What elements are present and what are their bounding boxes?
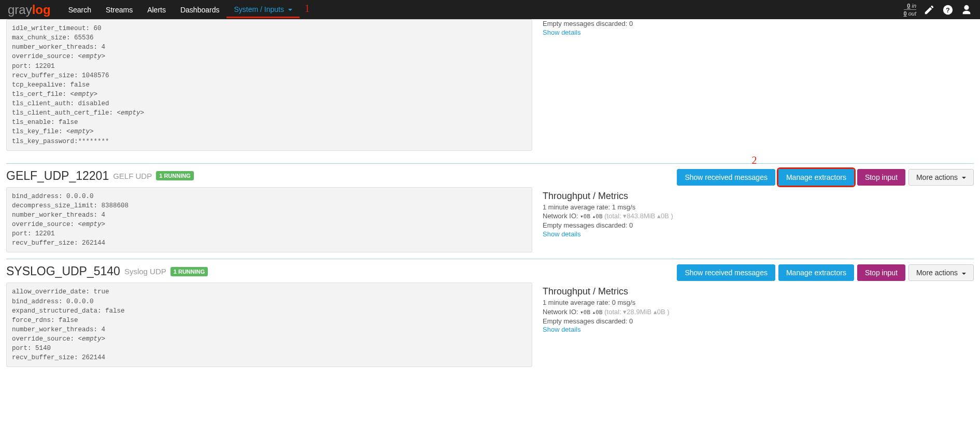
manage-extractors-button[interactable]: Manage extractors (778, 264, 854, 281)
metrics-discarded: Empty messages discarded: 0 (543, 317, 974, 326)
show-details-link-top[interactable]: Show details (543, 29, 802, 36)
chevron-down-icon (962, 273, 966, 275)
brand-text-gray: gray (8, 3, 32, 17)
button-row: 2Show received messagesManage extractors… (543, 169, 974, 186)
annotation-1: 1 (305, 3, 310, 15)
metrics-avg: 1 minute average rate: 1 msg/s (543, 203, 974, 212)
nav-search[interactable]: Search (61, 2, 98, 18)
top-navbar: graylog Search Streams Alerts Dashboards… (0, 0, 980, 19)
metrics-discarded: Empty messages discarded: 0 (543, 221, 974, 230)
nav-system-inputs[interactable]: System / Inputs (226, 1, 299, 18)
io-stats[interactable]: 0 in 0 out (904, 3, 916, 17)
brand-logo[interactable]: graylog (8, 3, 51, 17)
edit-icon[interactable] (924, 4, 935, 16)
nav-alerts[interactable]: Alerts (140, 2, 173, 18)
nav-links: Search Streams Alerts Dashboards System … (61, 1, 904, 18)
annotation-2: 2 (751, 154, 757, 166)
metrics-title: Throughput / Metrics (543, 191, 974, 202)
button-row: Show received messagesManage extractorsS… (543, 264, 974, 281)
metrics-title: Throughput / Metrics (543, 286, 974, 297)
show-received-messages-button[interactable]: Show received messages (677, 264, 775, 281)
nav-streams[interactable]: Streams (98, 2, 140, 18)
input-right: 2Show received messagesManage extractors… (543, 169, 974, 253)
input-title: GELF_UDP_12201 (6, 169, 109, 183)
stop-input-button[interactable]: Stop input (857, 169, 905, 186)
input-left: GELF_UDP_12201GELF UDP1 RUNNINGbind_addr… (6, 169, 532, 253)
more-actions-button[interactable]: More actions (908, 169, 974, 186)
navbar-right: 0 in 0 out ? (904, 3, 972, 17)
input-type: GELF UDP (113, 172, 152, 180)
metrics-top: Empty messages discarded: 0 Show details (543, 19, 802, 36)
input-section: SYSLOG_UDP_5140Syslog UDP1 RUNNINGallow_… (6, 259, 974, 367)
running-badge: 1 RUNNING (156, 171, 194, 180)
input-type: Syslog UDP (124, 267, 166, 276)
stop-input-button[interactable]: Stop input (857, 264, 905, 281)
chevron-down-icon (962, 177, 966, 179)
svg-text:?: ? (946, 6, 950, 13)
metrics-discarded-top: Empty messages discarded: 0 (543, 19, 802, 29)
show-details-link[interactable]: Show details (543, 326, 974, 333)
show-details-link[interactable]: Show details (543, 230, 974, 238)
nav-dashboards[interactable]: Dashboards (173, 2, 227, 18)
input-header: SYSLOG_UDP_5140Syslog UDP1 RUNNING (6, 264, 532, 278)
io-out-label: out (907, 10, 916, 17)
nav-system-inputs-label: System / Inputs (234, 5, 283, 13)
more-actions-button[interactable]: More actions (908, 264, 974, 281)
show-received-messages-button[interactable]: Show received messages (677, 169, 775, 186)
config-block: allow_override_date: true bind_address: … (6, 283, 532, 367)
config-block-top: idle_writer_timeout: 60 max_chunk_size: … (6, 19, 532, 151)
manage-extractors-button[interactable]: Manage extractors (778, 169, 854, 186)
top-row: idle_writer_timeout: 60 max_chunk_size: … (6, 19, 974, 157)
config-block: bind_address: 0.0.0.0 decompress_size_li… (6, 187, 532, 253)
running-badge: 1 RUNNING (171, 267, 208, 276)
chevron-down-icon (288, 9, 292, 11)
input-left: SYSLOG_UDP_5140Syslog UDP1 RUNNINGallow_… (6, 264, 532, 367)
metrics-netio: Network IO: ▾0B ▴0B (total: ▾843.8MiB ▴0… (543, 212, 974, 221)
input-header: GELF_UDP_12201GELF UDP1 RUNNING (6, 169, 532, 183)
input-title: SYSLOG_UDP_5140 (6, 264, 120, 278)
io-in-label: in (910, 3, 916, 9)
metrics-netio: Network IO: ▾0B ▴0B (total: ▾28.9MiB ▴0B… (543, 307, 974, 317)
input-right: Show received messagesManage extractorsS… (543, 264, 974, 367)
user-icon[interactable] (961, 4, 972, 16)
input-section: GELF_UDP_12201GELF UDP1 RUNNINGbind_addr… (6, 163, 974, 253)
brand-text-orange: log (32, 3, 51, 17)
help-icon[interactable]: ? (942, 4, 954, 16)
metrics-avg: 1 minute average rate: 0 msg/s (543, 298, 974, 307)
